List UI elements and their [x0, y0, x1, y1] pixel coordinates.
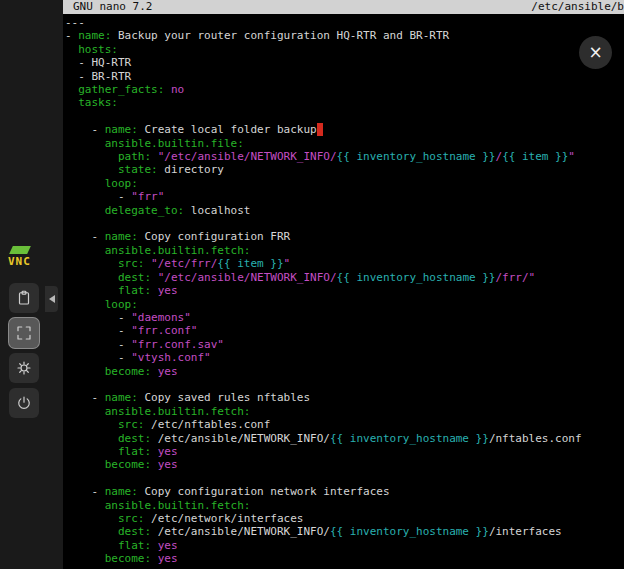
code-line[interactable]: - name: Create local folder backup [65, 123, 624, 136]
close-button[interactable]: × [579, 36, 612, 69]
code-line[interactable] [65, 110, 624, 123]
file-path: /etc/ansible/b [531, 0, 624, 14]
code-line[interactable]: hosts: [65, 43, 624, 56]
nano-titlebar: GNU nano 7.2 /etc/ansible/b [63, 0, 624, 14]
power-button[interactable] [9, 388, 39, 418]
control-bar-handle[interactable] [45, 286, 58, 312]
code-line[interactable]: gather_facts: no [65, 83, 624, 96]
code-line[interactable]: dest: /etc/ansible/NETWORK_INFO/{{ inven… [65, 525, 624, 538]
code-line[interactable]: state: directory [65, 163, 624, 176]
editor-content[interactable]: ---- name: Backup your router configurat… [63, 14, 624, 566]
code-line[interactable]: - "vtysh.conf" [65, 351, 624, 364]
code-line[interactable]: src: /etc/network/interfaces [65, 512, 624, 525]
code-line[interactable]: flat: yes [65, 284, 624, 297]
code-line[interactable]: - "frr" [65, 190, 624, 203]
code-line[interactable]: src: /etc/nftables.conf [65, 418, 624, 431]
code-line[interactable]: - "frr.conf.sav" [65, 338, 624, 351]
fullscreen-button[interactable] [9, 318, 39, 348]
clipboard-button[interactable] [9, 283, 39, 313]
code-line[interactable]: become: yes [65, 552, 624, 565]
nano-version: GNU nano 7.2 [73, 0, 152, 14]
code-line[interactable]: ansible.builtin.fetch: [65, 405, 624, 418]
vnc-screen: VNC [0, 0, 624, 569]
code-line[interactable]: flat: yes [65, 539, 624, 552]
code-line[interactable]: - "frr.conf" [65, 324, 624, 337]
code-line[interactable]: ansible.builtin.fetch: [65, 499, 624, 512]
code-line[interactable] [65, 472, 624, 485]
code-line[interactable]: --- [65, 16, 624, 29]
code-line[interactable]: - name: Backup your router configuration… [65, 29, 624, 42]
gear-icon [15, 359, 33, 377]
code-line[interactable] [65, 217, 624, 230]
power-icon [15, 394, 33, 412]
code-line[interactable]: loop: [65, 298, 624, 311]
code-line[interactable]: - BR-RTR [65, 70, 624, 83]
vnc-control-bar: VNC [0, 0, 63, 569]
code-line[interactable]: ansible.builtin.file: [65, 137, 624, 150]
novnc-logo-mark-icon [9, 246, 31, 254]
code-line[interactable]: dest: "/etc/ansible/NETWORK_INFO/{{ inve… [65, 271, 624, 284]
code-line[interactable]: loop: [65, 177, 624, 190]
code-line[interactable]: become: yes [65, 365, 624, 378]
text-cursor [317, 123, 324, 136]
code-line[interactable]: become: yes [65, 458, 624, 471]
code-line[interactable]: src: "/etc/frr/{{ item }}" [65, 257, 624, 270]
code-line[interactable]: - HQ-RTR [65, 56, 624, 69]
settings-button[interactable] [9, 353, 39, 383]
code-line[interactable]: ansible.builtin.fetch: [65, 244, 624, 257]
terminal-window: GNU nano 7.2 /etc/ansible/b ---- name: B… [63, 0, 624, 569]
fullscreen-icon [15, 324, 33, 342]
code-line[interactable]: delegate_to: localhost [65, 204, 624, 217]
code-line[interactable]: - name: Copy configuration network inter… [65, 485, 624, 498]
code-line[interactable]: dest: /etc/ansible/NETWORK_INFO/{{ inven… [65, 432, 624, 445]
code-line[interactable]: flat: yes [65, 445, 624, 458]
clipboard-icon [15, 289, 33, 307]
code-line[interactable]: - name: Copy configuration FRR [65, 230, 624, 243]
collapse-left-arrow-icon [49, 295, 55, 303]
novnc-logo: VNC [8, 246, 44, 274]
novnc-logo-text: VNC [8, 256, 44, 267]
code-line[interactable]: - "daemons" [65, 311, 624, 324]
code-line[interactable]: tasks: [65, 96, 624, 109]
code-line[interactable] [65, 378, 624, 391]
code-line[interactable]: - name: Copy saved rules nftables [65, 391, 624, 404]
code-line[interactable]: path: "/etc/ansible/NETWORK_INFO/{{ inve… [65, 150, 624, 163]
